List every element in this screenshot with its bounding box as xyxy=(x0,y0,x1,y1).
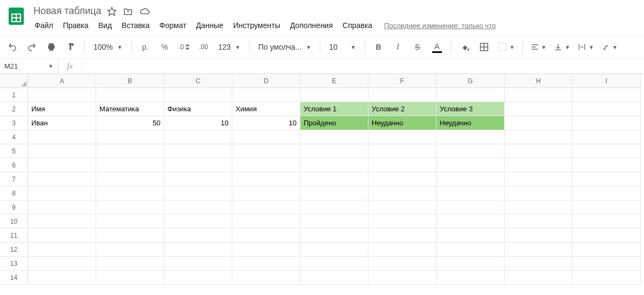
cell-F8[interactable] xyxy=(368,186,437,200)
cell-D1[interactable] xyxy=(232,88,300,102)
cell-E3[interactable]: Пройдено xyxy=(300,116,368,130)
column-header-H[interactable]: H xyxy=(505,74,573,88)
cell-I7[interactable] xyxy=(573,172,641,186)
column-header-C[interactable]: C xyxy=(164,74,232,88)
sheets-logo[interactable] xyxy=(4,4,28,28)
cell-I12[interactable] xyxy=(573,243,641,257)
menu-help[interactable]: Справка xyxy=(338,19,377,32)
cell-F13[interactable] xyxy=(368,257,437,271)
cell-E14[interactable] xyxy=(300,271,368,285)
cell-H14[interactable] xyxy=(505,271,573,285)
cell-E12[interactable] xyxy=(300,243,368,257)
cell-A8[interactable] xyxy=(28,186,96,200)
column-header-G[interactable]: G xyxy=(437,74,505,88)
cell-G5[interactable] xyxy=(437,144,505,158)
cell-E8[interactable] xyxy=(300,186,368,200)
cell-G1[interactable] xyxy=(437,88,505,102)
cell-C3[interactable]: 10 xyxy=(164,116,232,130)
menu-format[interactable]: Формат xyxy=(155,19,191,32)
cell-A11[interactable] xyxy=(28,229,96,243)
cell-B2[interactable]: Математика xyxy=(96,102,164,116)
cell-C12[interactable] xyxy=(164,243,232,257)
column-header-I[interactable]: I xyxy=(573,74,641,88)
cell-B1[interactable] xyxy=(96,88,164,102)
cell-F4[interactable] xyxy=(368,130,437,144)
cell-B6[interactable] xyxy=(96,158,164,172)
cell-F14[interactable] xyxy=(368,271,437,285)
cell-C6[interactable] xyxy=(164,158,232,172)
cell-D7[interactable] xyxy=(232,172,300,186)
cell-G9[interactable] xyxy=(437,200,505,214)
cell-D2[interactable]: Химия xyxy=(232,102,300,116)
cell-I2[interactable] xyxy=(573,102,641,116)
cell-D4[interactable] xyxy=(232,130,300,144)
cell-B5[interactable] xyxy=(96,144,164,158)
select-all-corner[interactable] xyxy=(0,74,28,88)
column-header-D[interactable]: D xyxy=(232,74,300,88)
menu-data[interactable]: Данные xyxy=(192,19,228,32)
column-header-F[interactable]: F xyxy=(368,74,437,88)
cell-I10[interactable] xyxy=(573,214,641,229)
row-header-12[interactable]: 12 xyxy=(0,243,28,257)
text-color-button[interactable]: A xyxy=(429,39,445,55)
menu-edit[interactable]: Правка xyxy=(58,19,92,32)
row-header-10[interactable]: 10 xyxy=(0,214,28,229)
column-header-E[interactable]: E xyxy=(300,74,368,88)
bold-button[interactable]: B xyxy=(371,39,387,55)
cell-G12[interactable] xyxy=(437,243,505,257)
cell-A14[interactable] xyxy=(28,271,96,285)
percent-button[interactable]: % xyxy=(157,39,173,55)
column-header-B[interactable]: B xyxy=(96,74,164,88)
zoom-combo[interactable]: 100%▼ xyxy=(90,39,126,55)
cloud-icon[interactable] xyxy=(139,6,150,16)
row-header-11[interactable]: 11 xyxy=(0,229,28,243)
paint-format-button[interactable] xyxy=(63,39,79,55)
cell-D8[interactable] xyxy=(232,186,300,200)
cell-C9[interactable] xyxy=(164,200,232,214)
cell-H13[interactable] xyxy=(505,257,573,271)
cell-H1[interactable] xyxy=(505,88,573,102)
cell-B13[interactable] xyxy=(96,257,164,271)
cell-E11[interactable] xyxy=(300,229,368,243)
cell-A7[interactable] xyxy=(28,172,96,186)
cell-F2[interactable]: Условие 2 xyxy=(368,102,437,116)
menu-file[interactable]: Файл xyxy=(30,19,57,32)
move-icon[interactable] xyxy=(123,6,133,16)
cell-G4[interactable] xyxy=(437,130,505,144)
cell-H8[interactable] xyxy=(505,186,573,200)
column-header-A[interactable]: A xyxy=(28,74,96,88)
cell-H12[interactable] xyxy=(505,243,573,257)
cell-A3[interactable]: Иван xyxy=(28,116,96,130)
cell-G13[interactable] xyxy=(437,257,505,271)
cell-G10[interactable] xyxy=(437,214,505,229)
cell-D12[interactable] xyxy=(232,243,300,257)
print-button[interactable] xyxy=(43,39,59,55)
cell-B8[interactable] xyxy=(96,186,164,200)
cell-I5[interactable] xyxy=(573,144,641,158)
cell-F9[interactable] xyxy=(368,200,437,214)
cell-I3[interactable] xyxy=(573,116,641,130)
cell-E13[interactable] xyxy=(300,257,368,271)
row-header-1[interactable]: 1 xyxy=(0,88,28,102)
cell-G3[interactable]: Неудачно xyxy=(437,116,505,130)
cell-H5[interactable] xyxy=(505,144,573,158)
cell-I4[interactable] xyxy=(573,130,641,144)
cell-A5[interactable] xyxy=(28,144,96,158)
cell-F1[interactable] xyxy=(368,88,437,102)
font-size-combo[interactable]: 10▼ xyxy=(326,39,359,55)
cell-D3[interactable]: 10 xyxy=(232,116,300,130)
cell-E7[interactable] xyxy=(300,172,368,186)
cell-F5[interactable] xyxy=(368,144,437,158)
cell-H11[interactable] xyxy=(505,229,573,243)
cell-E4[interactable] xyxy=(300,130,368,144)
cell-C10[interactable] xyxy=(164,214,232,229)
cell-H2[interactable] xyxy=(505,102,573,116)
italic-button[interactable]: I xyxy=(390,39,406,55)
number-format-combo[interactable]: 123▼ xyxy=(215,39,244,55)
last-edit-link[interactable]: Последнее изменение: только что xyxy=(384,22,496,30)
name-box[interactable]: M21▼ xyxy=(0,59,58,73)
cell-A10[interactable] xyxy=(28,214,96,229)
cell-C5[interactable] xyxy=(164,144,232,158)
spreadsheet-grid[interactable]: 1234567891011121314 ABCDEFGHI ИмяМатемат… xyxy=(0,74,644,285)
row-header-9[interactable]: 9 xyxy=(0,200,28,214)
